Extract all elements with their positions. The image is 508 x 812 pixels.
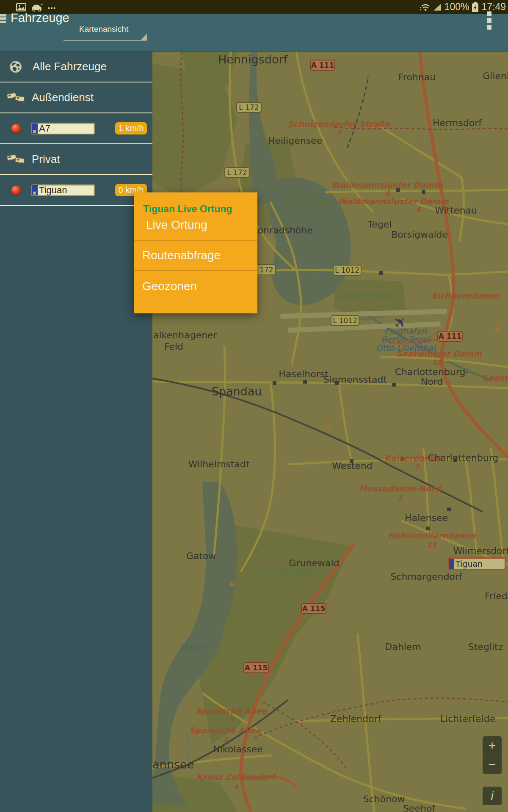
map-label: Spanische Allee xyxy=(195,706,267,716)
svg-text:A 115: A 115 xyxy=(302,604,326,613)
car-notification-icon xyxy=(30,3,43,11)
map-label: Grunewald xyxy=(247,562,326,579)
map-label: Halensee xyxy=(405,513,448,523)
map-label: Glienicke xyxy=(483,71,508,81)
svg-text:L 172: L 172 xyxy=(227,168,247,177)
map-label: Steglitz xyxy=(468,642,503,652)
map-label: Messedamm-Nord xyxy=(359,484,442,493)
map-label: Schulzendorfer Straße xyxy=(288,119,390,129)
map[interactable]: ✈ A 111L 172L 172L 172L 1012L 1012A 111A… xyxy=(152,52,508,812)
map-label: Frohnau xyxy=(398,72,436,82)
license-plate-a7[interactable]: A7 xyxy=(31,123,95,134)
map-label: Kreuz Zehlendorf xyxy=(196,772,277,782)
map-label: Hermsdorf xyxy=(433,118,482,128)
svg-text:L 172: L 172 xyxy=(239,103,259,112)
sidebar-item-label: Außendienst xyxy=(32,91,94,104)
map-label: Düppeler xyxy=(152,801,190,811)
app-screen: ✈ A 111L 172L 172L 172L 1012L 1012A 111A… xyxy=(0,0,508,812)
map-label: 4 xyxy=(416,206,421,214)
map-label: Waidmannsluster Damm xyxy=(331,180,443,189)
page-title: Fahrzeuge xyxy=(11,11,69,25)
map-label: Siemensstadt xyxy=(323,374,387,385)
signal-icon xyxy=(433,3,442,11)
map-label: 3 xyxy=(229,716,234,724)
sidebar-item-privat[interactable]: Privat xyxy=(0,144,152,174)
map-label: 7 xyxy=(414,463,420,471)
zoom-in-button[interactable]: + xyxy=(483,736,502,755)
sidebar-item-a7[interactable]: A7 1 km/h xyxy=(0,113,152,143)
map-label: Heiligensee xyxy=(268,135,322,146)
sidebar-item-tiguan[interactable]: Tiguan 0 km/h xyxy=(0,175,152,205)
map-label: Charlottenburg xyxy=(428,453,499,463)
map-label: Waidmannsluster Damm xyxy=(338,197,449,206)
menu-item-routenabfrage[interactable]: Routenabfrage xyxy=(134,241,257,271)
map-label: Forst (südl. xyxy=(284,199,331,209)
globe-icon xyxy=(9,60,22,73)
map-label: Teil) xyxy=(303,208,320,218)
road-shield: L 172 xyxy=(225,167,249,178)
vehicle-status-icon xyxy=(11,124,21,133)
map-label: Lichterfelde xyxy=(440,713,496,724)
zoom-controls: + − xyxy=(483,736,502,774)
road-shield: A 111 xyxy=(438,331,462,341)
map-label: Schmargendorf xyxy=(390,571,462,582)
road-shield: A 115 xyxy=(244,663,268,673)
road-shield: A 111 xyxy=(310,60,335,70)
battery-percent: 100% xyxy=(444,1,469,13)
map-label: Tegel xyxy=(367,219,392,230)
wifi-icon xyxy=(419,3,430,12)
map-label: Gatow xyxy=(186,551,216,561)
overflow-menu-icon[interactable] xyxy=(487,11,492,32)
menu-item-geozonen[interactable]: Geozonen xyxy=(134,271,257,302)
map-label: Spanische Allee xyxy=(189,726,261,735)
map-label: Spandau xyxy=(212,385,262,398)
vehicle-group-icon xyxy=(6,91,25,104)
map-label: Konradshöhe xyxy=(252,225,313,236)
road-shield: A 115 xyxy=(301,604,326,614)
road-shield: L 1012 xyxy=(331,315,359,326)
vehicle-status-icon xyxy=(11,186,21,195)
status-bar: ... 100% 17:49 xyxy=(0,0,508,14)
map-label: Charlottenburg- xyxy=(395,367,469,377)
divider xyxy=(0,205,152,206)
map-label: Frieden xyxy=(485,591,508,601)
map-label: Wilhelmstadt xyxy=(188,459,250,469)
map-label: 4 xyxy=(385,189,390,197)
vehicle-context-menu: Tiguan Live Ortung Live Ortung Routenabf… xyxy=(134,192,257,313)
map-label: annsee xyxy=(152,758,194,771)
sidebar-item-label: Privat xyxy=(32,153,60,166)
vehicle-list-sidebar: Alle Fahrzeuge Außendienst xyxy=(0,52,152,812)
map-label: Schönow xyxy=(363,794,405,804)
gallery-icon xyxy=(16,3,26,11)
road-shield: L 172 xyxy=(237,102,261,112)
map-label: Seehof xyxy=(403,803,436,812)
map-label: 3 xyxy=(223,735,228,743)
map-info-button[interactable]: i xyxy=(483,787,502,805)
notification-overflow-dots: ... xyxy=(47,3,56,8)
map-label: Tegeler xyxy=(293,189,324,200)
map-label: Zehlendorf xyxy=(330,713,382,724)
map-label: 3 xyxy=(398,494,403,502)
map-label: Eichborndamm xyxy=(432,291,500,300)
plate-euro-strip xyxy=(32,123,38,134)
sidebar-item-alle-fahrzeuge[interactable]: Alle Fahrzeuge xyxy=(0,52,152,82)
map-label: alkenhagener xyxy=(153,330,217,340)
map-label: Nikolassee xyxy=(213,744,263,754)
license-plate-tiguan[interactable]: Tiguan xyxy=(31,184,95,196)
map-label: Haselhorst xyxy=(279,369,329,379)
svg-text:A 111: A 111 xyxy=(311,61,334,69)
plate-euro-strip xyxy=(449,559,454,569)
svg-text:L 1012: L 1012 xyxy=(335,266,359,274)
view-mode-spinner[interactable]: Kartenansicht xyxy=(64,19,147,41)
map-label: Wilmersdorf xyxy=(453,546,508,556)
map-vehicle-marker[interactable]: Tiguan xyxy=(448,557,506,570)
zoom-out-button[interactable]: − xyxy=(483,755,502,774)
plate-text: A7 xyxy=(38,123,94,134)
map-label: Westend xyxy=(332,461,373,471)
map-label: Jungfernheide xyxy=(335,291,396,301)
sidebar-item-aussendienst[interactable]: Außendienst xyxy=(0,82,152,112)
map-label: Havel xyxy=(180,642,206,652)
hamburger-menu-icon[interactable] xyxy=(0,14,8,26)
map-label: Hennigsdorf xyxy=(218,53,288,66)
svg-text:L 1012: L 1012 xyxy=(333,316,357,325)
